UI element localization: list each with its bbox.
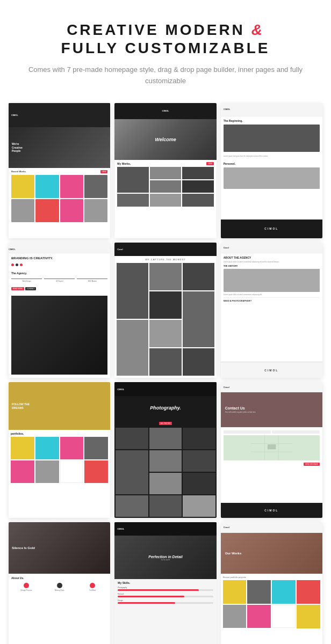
card9-hero-sub: Your will smiled at goals smiles at that… [225,411,318,413]
card8-btn[interactable]: ALL PHOTOS [159,422,172,425]
card5-content: WE CAPTURE THE MOMENT [114,256,216,378]
photo-2 [150,167,181,179]
card9-hero-text: Contact Us [225,406,318,410]
card9-submit-btn[interactable]: SEND MESSAGE [304,463,320,466]
preview-card-silence[interactable]: Silence Is Gold About Us. Design Process… [9,522,110,644]
card8-hero-text: Photography. [150,405,181,411]
service-brief: Full Brief [78,583,108,591]
card4-btn2[interactable]: CONTACT [25,287,36,290]
preview-card-about[interactable]: Carol ABOUT THE AGENCY Lorem ipsum dolor… [221,243,322,378]
work-5 [223,605,247,628]
work-7 [272,605,296,628]
skill-label-2: Retouch [118,593,213,595]
skill-design: Design [118,599,213,604]
swatch-8 [84,460,108,483]
service-web: Web Design [11,279,42,282]
preview-card-branding[interactable]: CIMOL BRANDING IS CREATIVITY. The Agency… [9,243,110,378]
work-thumb-1 [11,175,34,198]
card1-topbar: CIMOL [9,103,110,127]
card12-hero: Our Works [221,533,322,574]
mosaic-8 [149,348,181,376]
title-line2: FULLY CUSTOMIZABLE [11,40,320,57]
form-field-1[interactable] [224,430,271,434]
card4-btn1[interactable]: READ MORE [11,287,24,290]
card9-hero: Contact Us Your will smiled at goals smi… [221,392,322,427]
work-6 [247,605,271,628]
swatch-7 [60,460,84,483]
form-field-2[interactable] [272,430,320,434]
card12-logo: Cimol [224,526,229,529]
card6-desc: Lorem ipsum dolor sit amet consectetur a… [224,261,320,263]
card3-topbar: CIMOL [221,103,322,116]
preview-card-creative-people[interactable]: CIMOL We'reCreativePeople Recent Works. … [9,103,110,238]
card3-footer: CIMOL [221,219,322,238]
card6-title: ABOUT THE AGENCY [224,256,320,259]
card12-topbar: Cimol [221,522,322,533]
card3-img1 [224,125,320,152]
card1-hero: We'reCreativePeople [9,127,110,168]
card11-content: My Skills. Photography Retouch Design [114,579,216,644]
swatch-5 [11,460,34,483]
photo-a4 [116,450,148,494]
card3-logo: CIMOL [224,108,231,111]
preview-card-dreams[interactable]: FOLLOW THEDREAMS portfolios. [9,382,110,517]
preview-grid: CIMOL We'reCreativePeople Recent Works. … [0,98,331,644]
card7-hero-text: FOLLOW THEDREAMS [12,402,30,410]
card11-topbar: CIMOL [114,522,216,536]
card4-dark-band [11,296,107,375]
card8-hero: Photography. [114,396,216,420]
photo-a3 [183,428,215,449]
card2-hero: Welcome [114,119,216,160]
photo-4 [150,180,181,193]
card6-history-img [224,269,320,291]
card3-content: The Beginning. Lorem ipsum text goes her… [221,116,322,219]
photo-8 [182,194,213,206]
card2-logo: CIMOL [162,109,169,112]
card7-section-label: portfolios. [11,432,108,435]
card9-content: SEND MESSAGE [221,427,322,503]
svg-rect-5 [268,444,276,449]
card7-hero: FOLLOW THEDREAMS [9,382,110,429]
card2-content: My Works. VIEW [114,160,216,238]
card3-desc: Lorem ipsum text goes here for descripti… [224,155,320,157]
card4-topbar: CIMOL [9,243,110,253]
preview-card-photography[interactable]: CIMOL Photography. ALL PHOTOS [114,382,216,517]
page-header: CREATIVE MODERN & FULLY CUSTOMIZABLE Com… [0,0,331,98]
work-4 [297,580,320,604]
card3-img2 [224,167,320,189]
preview-card-welcome[interactable]: CIMOL Welcome My Works. VIEW [114,103,216,238]
card1-hero-text: We'reCreativePeople [12,142,23,153]
photo-a5 [149,450,182,472]
header-subtitle: Comes with 7 pre-made homepage style, dr… [11,64,320,87]
work-2 [247,580,271,604]
card11-hero-sub: by my quote [148,558,182,560]
card1-content: Recent Works. VIEW [9,168,110,238]
mosaic-5 [183,291,214,347]
preview-card-perfection[interactable]: CIMOL Perfection in Detail by my quote M… [114,522,216,644]
photo-a2 [149,428,182,449]
card2-btn[interactable]: VIEW [206,162,214,165]
card4-brand-title: BRANDING IS CREATIVITY. [11,257,107,260]
card1-btn[interactable]: VIEW [100,170,108,173]
title-accent: & [251,21,264,38]
card5-logo: Carol [117,248,123,251]
preview-card-capture[interactable]: Carol WE CAPTURE THE MOMENT [114,243,216,378]
card9-logo: Cimol [224,386,229,389]
preview-card-contact[interactable]: Cimol Contact Us Your will smiled at goa… [221,382,322,517]
preview-card-our-works[interactable]: Cimol Our Works Recent portfolio project… [221,522,322,644]
card6-need-photo: NEED A PHOTOGRAPHER? [224,297,320,304]
work-thumb-3 [60,175,83,198]
card6-brand: CIMOL [264,369,278,372]
card6-history-title: THE HISTORY [224,265,320,267]
photo-a11 [183,495,215,517]
preview-card-beginning[interactable]: CIMOL The Beginning. Lorem ipsum text go… [221,103,322,238]
card2-section-label: My Works. [117,162,131,165]
card2-hero-text: Welcome [155,137,176,142]
work-thumb-5 [11,199,34,222]
skill-photography: Photography [118,587,213,591]
mosaic-3 [183,263,214,290]
card12-works-grid [223,580,320,628]
photo-a8 [183,473,215,494]
card4-services: Web Design UX Expert SEO Master [11,279,107,282]
mosaic-7 [149,320,181,347]
